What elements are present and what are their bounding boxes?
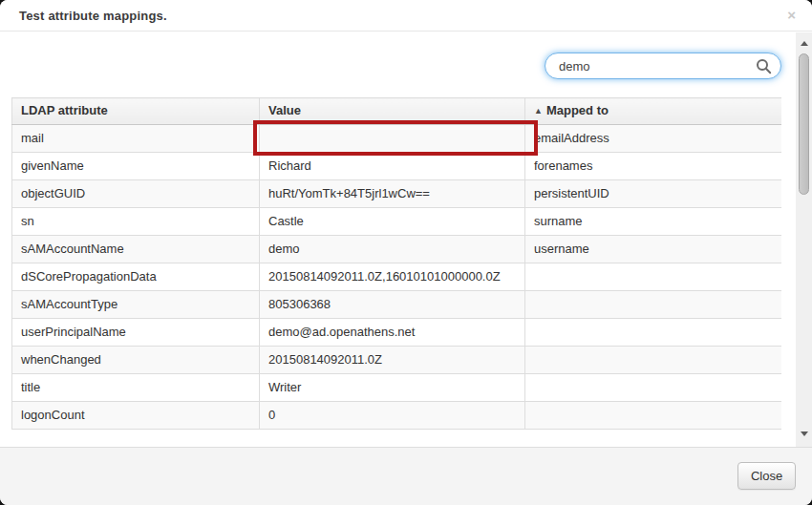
mapped-to-cell: persistentUID [525,180,782,208]
dialog-header: Test attribute mappings. × [0,0,812,32]
table-row: whenChanged 20150814092011.0Z [12,347,782,374]
column-header-mapped-to[interactable]: ▲Mapped to [525,98,782,125]
ldap-attribute-cell: sAMAccountType [12,291,260,319]
test-attribute-mappings-dialog: Test attribute mappings. × LDAP attribut… [0,0,812,505]
scroll-up-button[interactable] [796,35,812,51]
vertical-scrollbar[interactable] [796,32,812,447]
close-button[interactable]: Close [737,462,796,490]
table-row: sAMAccountName demo username [12,236,782,263]
ldap-attribute-cell: sAMAccountName [12,236,260,263]
column-header-label: Value [268,103,301,117]
search-box [545,53,781,79]
mapped-to-cell: forenames [525,153,782,180]
ldap-attribute-cell: sn [12,208,260,236]
table-row: mail emailAddress [12,125,782,153]
close-icon[interactable]: × [787,8,796,23]
value-cell: 805306368 [260,291,525,319]
table-row: title Writer [12,374,782,402]
ldap-attribute-cell: dSCorePropagationData [12,263,260,291]
column-header-value[interactable]: Value [260,98,525,125]
ldap-attribute-cell: objectGUID [12,180,260,208]
value-cell: 20150814092011.0Z [260,347,525,374]
table-row: userPrincipalName demo@ad.openathens.net [12,319,782,347]
column-header-label: Mapped to [546,103,609,117]
search-icon [756,58,772,74]
table-row: givenName Richard forenames [12,153,782,180]
ldap-attribute-cell: title [12,374,260,402]
table-row: sAMAccountType 805306368 [12,291,782,319]
value-cell: 20150814092011.0Z,16010101000000.0Z [260,263,525,291]
column-header-label: LDAP attribute [21,103,108,117]
attribute-table-viewport: LDAP attribute Value ▲Mapped to mail ema… [11,97,781,446]
search-input[interactable] [559,57,750,75]
attribute-mappings-table: LDAP attribute Value ▲Mapped to mail ema… [11,97,781,430]
table-row: dSCorePropagationData 20150814092011.0Z,… [12,263,782,291]
ldap-attribute-cell: logonCount [12,402,260,430]
table-row: sn Castle surname [12,208,782,236]
sort-ascending-icon: ▲ [534,106,543,116]
scroll-down-button[interactable] [796,426,812,441]
value-cell: 0 [260,402,525,430]
scrollbar-thumb[interactable] [799,53,809,195]
ldap-attribute-cell: mail [12,125,260,153]
dialog-title: Test attribute mappings. [19,9,167,23]
mapped-to-cell: username [525,236,782,263]
table-row: logonCount 0 [12,402,782,430]
value-cell: Writer [260,374,525,402]
value-cell [260,125,525,153]
mapped-to-cell: surname [525,208,782,236]
value-cell: Castle [260,208,525,236]
table-row: objectGUID huRt/YomTk+84T5jrl1wCw== pers… [12,180,782,208]
mapped-to-cell [525,402,782,430]
mapped-to-cell [525,263,782,291]
mapped-to-cell [525,319,782,347]
scroll-down-arrow-icon [801,431,808,436]
value-cell: huRt/YomTk+84T5jrl1wCw== [260,180,525,208]
dialog-footer: Close [0,447,812,505]
value-cell: Richard [260,153,525,180]
mapped-to-cell [525,374,782,402]
mapped-to-cell [525,291,782,319]
ldap-attribute-cell: whenChanged [12,347,260,374]
mapped-to-cell [525,347,782,374]
column-header-ldap-attribute[interactable]: LDAP attribute [12,98,260,125]
mapped-to-cell: emailAddress [525,125,782,153]
value-cell: demo [260,236,525,263]
table-header-row: LDAP attribute Value ▲Mapped to [12,98,782,125]
ldap-attribute-cell: userPrincipalName [12,319,260,347]
scroll-up-arrow-icon [801,41,808,46]
value-cell: demo@ad.openathens.net [260,319,525,347]
ldap-attribute-cell: givenName [12,153,260,180]
